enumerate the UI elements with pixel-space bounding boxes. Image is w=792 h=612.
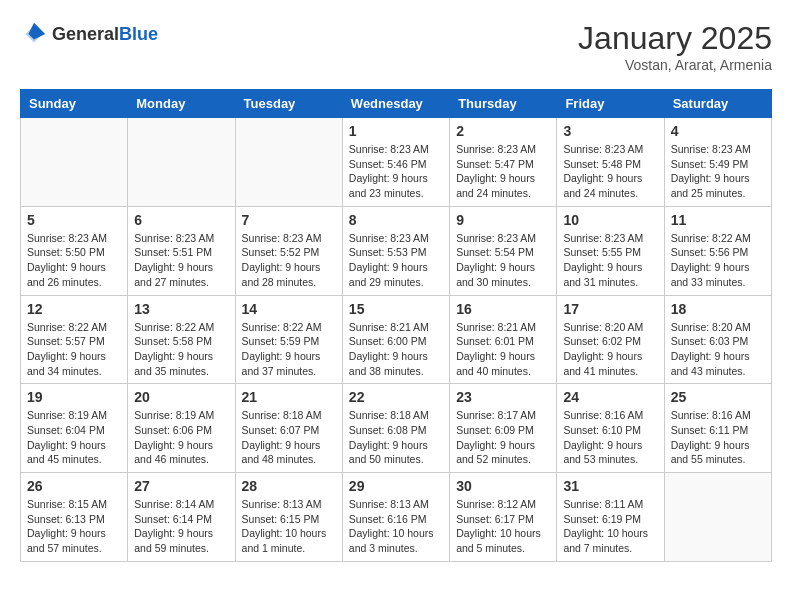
day-number: 14 — [242, 301, 336, 317]
day-number: 17 — [563, 301, 657, 317]
calendar-cell: 24Sunrise: 8:16 AM Sunset: 6:10 PM Dayli… — [557, 384, 664, 473]
day-of-week-header: Tuesday — [235, 90, 342, 118]
day-info: Sunrise: 8:19 AM Sunset: 6:04 PM Dayligh… — [27, 408, 121, 467]
logo: GeneralBlue — [20, 20, 158, 48]
day-number: 22 — [349, 389, 443, 405]
day-info: Sunrise: 8:21 AM Sunset: 6:01 PM Dayligh… — [456, 320, 550, 379]
day-info: Sunrise: 8:19 AM Sunset: 6:06 PM Dayligh… — [134, 408, 228, 467]
title-section: January 2025 Vostan, Ararat, Armenia — [578, 20, 772, 73]
day-number: 1 — [349, 123, 443, 139]
day-number: 16 — [456, 301, 550, 317]
calendar-cell: 14Sunrise: 8:22 AM Sunset: 5:59 PM Dayli… — [235, 295, 342, 384]
calendar-cell — [128, 118, 235, 207]
day-number: 15 — [349, 301, 443, 317]
day-number: 7 — [242, 212, 336, 228]
calendar-cell: 6Sunrise: 8:23 AM Sunset: 5:51 PM Daylig… — [128, 206, 235, 295]
day-info: Sunrise: 8:20 AM Sunset: 6:02 PM Dayligh… — [563, 320, 657, 379]
day-info: Sunrise: 8:23 AM Sunset: 5:49 PM Dayligh… — [671, 142, 765, 201]
day-number: 5 — [27, 212, 121, 228]
day-info: Sunrise: 8:22 AM Sunset: 5:58 PM Dayligh… — [134, 320, 228, 379]
day-number: 19 — [27, 389, 121, 405]
day-info: Sunrise: 8:22 AM Sunset: 5:57 PM Dayligh… — [27, 320, 121, 379]
day-number: 24 — [563, 389, 657, 405]
calendar-cell: 28Sunrise: 8:13 AM Sunset: 6:15 PM Dayli… — [235, 473, 342, 562]
calendar-cell: 16Sunrise: 8:21 AM Sunset: 6:01 PM Dayli… — [450, 295, 557, 384]
calendar-cell: 11Sunrise: 8:22 AM Sunset: 5:56 PM Dayli… — [664, 206, 771, 295]
day-number: 26 — [27, 478, 121, 494]
calendar-week-row: 19Sunrise: 8:19 AM Sunset: 6:04 PM Dayli… — [21, 384, 772, 473]
calendar-cell: 15Sunrise: 8:21 AM Sunset: 6:00 PM Dayli… — [342, 295, 449, 384]
day-of-week-header: Sunday — [21, 90, 128, 118]
calendar-cell: 10Sunrise: 8:23 AM Sunset: 5:55 PM Dayli… — [557, 206, 664, 295]
day-number: 11 — [671, 212, 765, 228]
day-info: Sunrise: 8:23 AM Sunset: 5:47 PM Dayligh… — [456, 142, 550, 201]
calendar-cell: 4Sunrise: 8:23 AM Sunset: 5:49 PM Daylig… — [664, 118, 771, 207]
calendar-cell: 1Sunrise: 8:23 AM Sunset: 5:46 PM Daylig… — [342, 118, 449, 207]
day-info: Sunrise: 8:13 AM Sunset: 6:15 PM Dayligh… — [242, 497, 336, 556]
calendar-cell: 17Sunrise: 8:20 AM Sunset: 6:02 PM Dayli… — [557, 295, 664, 384]
logo-general: General — [52, 24, 119, 44]
calendar-week-row: 26Sunrise: 8:15 AM Sunset: 6:13 PM Dayli… — [21, 473, 772, 562]
calendar-cell: 31Sunrise: 8:11 AM Sunset: 6:19 PM Dayli… — [557, 473, 664, 562]
day-info: Sunrise: 8:16 AM Sunset: 6:10 PM Dayligh… — [563, 408, 657, 467]
day-of-week-header: Friday — [557, 90, 664, 118]
calendar-cell: 27Sunrise: 8:14 AM Sunset: 6:14 PM Dayli… — [128, 473, 235, 562]
calendar-table: SundayMondayTuesdayWednesdayThursdayFrid… — [20, 89, 772, 562]
day-number: 21 — [242, 389, 336, 405]
calendar-cell: 25Sunrise: 8:16 AM Sunset: 6:11 PM Dayli… — [664, 384, 771, 473]
day-info: Sunrise: 8:21 AM Sunset: 6:00 PM Dayligh… — [349, 320, 443, 379]
calendar-cell: 13Sunrise: 8:22 AM Sunset: 5:58 PM Dayli… — [128, 295, 235, 384]
month-title: January 2025 — [578, 20, 772, 57]
calendar-cell — [21, 118, 128, 207]
day-number: 27 — [134, 478, 228, 494]
calendar-week-row: 1Sunrise: 8:23 AM Sunset: 5:46 PM Daylig… — [21, 118, 772, 207]
day-info: Sunrise: 8:23 AM Sunset: 5:55 PM Dayligh… — [563, 231, 657, 290]
day-info: Sunrise: 8:11 AM Sunset: 6:19 PM Dayligh… — [563, 497, 657, 556]
calendar-cell: 12Sunrise: 8:22 AM Sunset: 5:57 PM Dayli… — [21, 295, 128, 384]
day-info: Sunrise: 8:14 AM Sunset: 6:14 PM Dayligh… — [134, 497, 228, 556]
day-info: Sunrise: 8:18 AM Sunset: 6:08 PM Dayligh… — [349, 408, 443, 467]
calendar-cell: 8Sunrise: 8:23 AM Sunset: 5:53 PM Daylig… — [342, 206, 449, 295]
day-number: 18 — [671, 301, 765, 317]
day-info: Sunrise: 8:16 AM Sunset: 6:11 PM Dayligh… — [671, 408, 765, 467]
calendar-cell: 23Sunrise: 8:17 AM Sunset: 6:09 PM Dayli… — [450, 384, 557, 473]
day-number: 30 — [456, 478, 550, 494]
calendar-week-row: 12Sunrise: 8:22 AM Sunset: 5:57 PM Dayli… — [21, 295, 772, 384]
day-info: Sunrise: 8:18 AM Sunset: 6:07 PM Dayligh… — [242, 408, 336, 467]
logo-blue: Blue — [119, 24, 158, 44]
calendar-cell: 30Sunrise: 8:12 AM Sunset: 6:17 PM Dayli… — [450, 473, 557, 562]
calendar-cell: 2Sunrise: 8:23 AM Sunset: 5:47 PM Daylig… — [450, 118, 557, 207]
calendar-cell: 9Sunrise: 8:23 AM Sunset: 5:54 PM Daylig… — [450, 206, 557, 295]
day-info: Sunrise: 8:20 AM Sunset: 6:03 PM Dayligh… — [671, 320, 765, 379]
day-number: 2 — [456, 123, 550, 139]
day-info: Sunrise: 8:17 AM Sunset: 6:09 PM Dayligh… — [456, 408, 550, 467]
calendar-cell: 19Sunrise: 8:19 AM Sunset: 6:04 PM Dayli… — [21, 384, 128, 473]
day-number: 12 — [27, 301, 121, 317]
calendar-cell: 5Sunrise: 8:23 AM Sunset: 5:50 PM Daylig… — [21, 206, 128, 295]
day-info: Sunrise: 8:23 AM Sunset: 5:51 PM Dayligh… — [134, 231, 228, 290]
day-number: 3 — [563, 123, 657, 139]
day-number: 28 — [242, 478, 336, 494]
calendar-cell: 26Sunrise: 8:15 AM Sunset: 6:13 PM Dayli… — [21, 473, 128, 562]
calendar-cell — [664, 473, 771, 562]
calendar-cell: 3Sunrise: 8:23 AM Sunset: 5:48 PM Daylig… — [557, 118, 664, 207]
location: Vostan, Ararat, Armenia — [578, 57, 772, 73]
day-info: Sunrise: 8:22 AM Sunset: 5:59 PM Dayligh… — [242, 320, 336, 379]
day-number: 23 — [456, 389, 550, 405]
day-number: 6 — [134, 212, 228, 228]
day-info: Sunrise: 8:23 AM Sunset: 5:52 PM Dayligh… — [242, 231, 336, 290]
calendar-cell: 21Sunrise: 8:18 AM Sunset: 6:07 PM Dayli… — [235, 384, 342, 473]
day-info: Sunrise: 8:22 AM Sunset: 5:56 PM Dayligh… — [671, 231, 765, 290]
calendar-cell: 18Sunrise: 8:20 AM Sunset: 6:03 PM Dayli… — [664, 295, 771, 384]
day-of-week-header: Monday — [128, 90, 235, 118]
day-info: Sunrise: 8:23 AM Sunset: 5:50 PM Dayligh… — [27, 231, 121, 290]
day-of-week-header: Saturday — [664, 90, 771, 118]
day-info: Sunrise: 8:15 AM Sunset: 6:13 PM Dayligh… — [27, 497, 121, 556]
calendar-cell: 29Sunrise: 8:13 AM Sunset: 6:16 PM Dayli… — [342, 473, 449, 562]
day-info: Sunrise: 8:23 AM Sunset: 5:53 PM Dayligh… — [349, 231, 443, 290]
logo-text: GeneralBlue — [52, 24, 158, 45]
day-of-week-header: Thursday — [450, 90, 557, 118]
day-number: 10 — [563, 212, 657, 228]
day-number: 29 — [349, 478, 443, 494]
day-number: 25 — [671, 389, 765, 405]
